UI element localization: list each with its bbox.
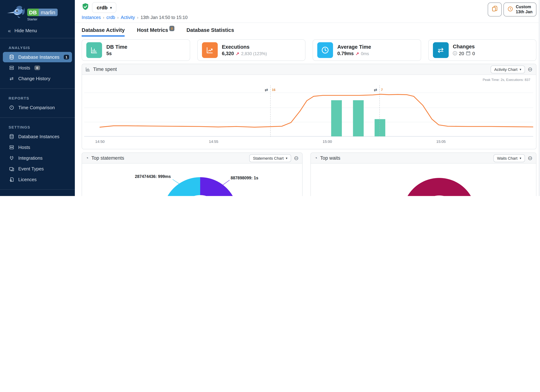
time-range-mode: Custom — [516, 4, 532, 10]
donut-label: 887898099: 1s — [231, 176, 258, 180]
sidebar-item-label: Licences — [18, 177, 37, 182]
tab-label: Database Statistics — [186, 27, 234, 33]
sidebar-item-label: Hosts — [18, 65, 30, 70]
count-badge: 1 — [64, 55, 69, 60]
sidebar-item-time-comparison[interactable]: Time Comparison — [3, 102, 72, 113]
collapse-panel-icon[interactable]: ⊖ — [294, 155, 299, 161]
swap-arrows-icon: ⇄ — [9, 76, 15, 81]
health-shield-icon — [82, 3, 89, 12]
hide-menu-label: Hide Menu — [15, 28, 37, 33]
plug-icon — [9, 155, 15, 161]
copy-link-button[interactable] — [488, 3, 502, 16]
breadcrumb-instances[interactable]: Instances — [82, 15, 101, 20]
sidebar-item-label: Event Types — [18, 166, 44, 171]
breadcrumb-crdb[interactable]: crdb — [106, 15, 115, 20]
clock-icon — [508, 6, 513, 13]
database-icon — [9, 55, 15, 60]
sidebar: DB marlin Starter « Hide Menu ANALYSIS D… — [0, 0, 75, 196]
breadcrumb-separator: › — [103, 15, 104, 20]
swap-arrows-icon: ⇄ — [433, 42, 449, 58]
sidebar-item-settings-hosts[interactable]: Hosts — [3, 142, 72, 153]
collapse-panel-icon[interactable]: ⊖ — [528, 66, 532, 72]
sidebar-item-integrations[interactable]: Integrations — [3, 153, 72, 163]
time-spent-chart: Peak Time: 2s, Executions: 837 ⇄16⇄714:5… — [82, 75, 536, 149]
card-average-time: Average Time 0.79ms ↗ 0ms — [313, 39, 421, 61]
chart-type-dropdown[interactable]: Waits Chart ▾ — [493, 154, 525, 162]
card-changes: ⇄ Changes ⓘ 20 0 — [428, 39, 536, 61]
sidebar-item-settings-database-instances[interactable]: Database Instances — [3, 131, 72, 142]
event-count: 0 — [472, 51, 475, 56]
pie-chart-icon: ◔ — [85, 155, 88, 161]
sidebar-item-label: Time Comparison — [18, 105, 55, 110]
event-types-icon — [9, 166, 15, 171]
collapse-panel-icon[interactable]: ⊖ — [528, 155, 532, 161]
sidebar-item-hosts[interactable]: Hosts 0 — [3, 63, 72, 73]
svg-text:14:50: 14:50 — [95, 139, 105, 144]
waits-donut[interactable] — [402, 178, 476, 196]
tab-label: Database Activity — [82, 27, 125, 33]
chart-type-dropdown[interactable]: Statements Chart ▾ — [250, 154, 291, 162]
card-title: Average Time — [337, 44, 371, 50]
breadcrumb-activity[interactable]: Activity — [121, 15, 135, 20]
panel-title: Time spent — [93, 67, 117, 72]
chart-type-dropdown[interactable]: Activity Chart ▾ — [491, 65, 525, 73]
chevron-down-icon: ▾ — [110, 5, 112, 10]
app-window: DB marlin Starter « Hide Menu ANALYSIS D… — [0, 0, 540, 196]
marlin-fish-icon — [6, 4, 25, 21]
sidebar-item-label: Database Instances — [18, 134, 60, 139]
trend-up-icon: ↗ — [355, 51, 359, 56]
svg-text:⇄: ⇄ — [374, 88, 377, 92]
card-value: 0.79ms — [337, 51, 354, 56]
sidebar-item-label: Hosts — [18, 145, 30, 150]
activity-tab-bar: Database Activity Host Metrics0 Database… — [75, 23, 540, 36]
main-content: crdb ▾ Instances›crdb›Activity›13th Jan … — [75, 0, 540, 196]
time-range-button[interactable]: Custom 13th Jan — [504, 3, 536, 16]
svg-text:7: 7 — [381, 88, 383, 92]
change-count: 20 — [459, 51, 464, 56]
breadcrumb: Instances›crdb›Activity›13th Jan 14:50 t… — [82, 15, 540, 20]
breadcrumb-current-range: 13th Jan 14:50 to 15:10 — [140, 15, 188, 20]
svg-text:15:05: 15:05 — [436, 139, 446, 144]
breadcrumb-separator: › — [137, 15, 138, 20]
sidebar-section-help: HELP Documentation Community Support — [0, 190, 75, 196]
calendar-icon — [466, 51, 470, 56]
chevrons-left-icon: « — [8, 28, 11, 34]
page-scrollbar[interactable] — [539, 0, 540, 196]
sidebar-item-database-instances[interactable]: Database Instances 1 — [3, 52, 72, 62]
panel-title: Top statements — [91, 155, 124, 161]
caret-down-icon: ▾ — [520, 68, 521, 71]
sidebar-item-label: Integrations — [18, 155, 43, 161]
count-badge: 0 — [170, 26, 174, 31]
dropdown-label: Waits Chart — [497, 156, 517, 160]
clock-icon — [9, 105, 15, 110]
server-icon — [9, 145, 15, 150]
card-db-time: DB Time 5s — [82, 39, 190, 61]
time-spent-panel: Time spent Activity Chart ▾ ⊖ Peak Time:… — [82, 64, 536, 149]
card-title: DB Time — [106, 44, 127, 50]
licence-document-icon — [9, 177, 15, 182]
database-icon — [9, 134, 15, 139]
svg-text:⇄: ⇄ — [265, 88, 268, 92]
statements-donut[interactable] — [163, 177, 238, 196]
info-icon: ⓘ — [453, 50, 457, 57]
sidebar-item-change-history[interactable]: ⇄ Change History — [3, 73, 72, 84]
card-title: Changes — [453, 44, 475, 50]
sidebar-section-reports: REPORTS Time Comparison — [0, 89, 75, 118]
card-value: 6,320 — [222, 51, 234, 56]
chart-icon — [85, 67, 90, 72]
tab-database-activity[interactable]: Database Activity — [82, 27, 125, 36]
tab-host-metrics[interactable]: Host Metrics0 — [137, 27, 174, 36]
hide-menu-button[interactable]: « Hide Menu — [0, 23, 75, 38]
instance-selector[interactable]: crdb ▾ — [92, 2, 117, 13]
caret-down-icon: ▾ — [520, 156, 521, 160]
card-executions: Executions 6,320 ↗ 2,830 (123%) — [197, 39, 305, 61]
card-value: 5s — [106, 51, 112, 56]
card-title: Executions — [222, 44, 267, 50]
sidebar-item-licences[interactable]: Licences — [3, 174, 72, 185]
line-chart-icon — [202, 42, 218, 58]
instance-name: crdb — [97, 5, 108, 10]
section-title-settings: SETTINGS — [9, 125, 75, 129]
tab-database-statistics[interactable]: Database Statistics — [186, 27, 234, 36]
card-delta: 0ms — [361, 51, 369, 56]
sidebar-item-event-types[interactable]: Event Types — [3, 164, 72, 174]
